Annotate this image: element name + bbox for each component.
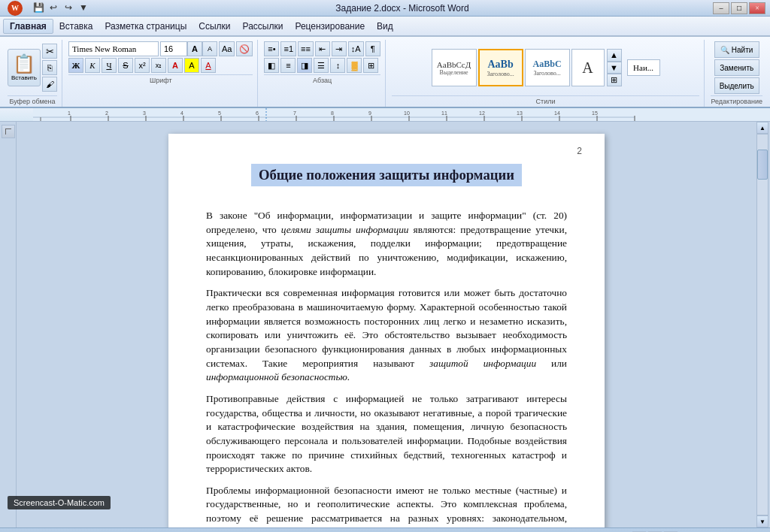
styles-expand[interactable]: ⊞: [607, 74, 622, 86]
close-button[interactable]: ×: [749, 2, 765, 14]
multilevel-list-button[interactable]: ≡≡: [298, 41, 314, 56]
style-heading1[interactable]: AaBb Заголово...: [478, 49, 523, 86]
menu-insert[interactable]: Вставка: [53, 20, 99, 33]
style-default[interactable]: AaBbCcД Выделение: [432, 49, 477, 86]
scroll-up-button[interactable]: ▲: [756, 122, 768, 134]
para-row2: ◧ ≡ ◨ ☰ ↕ ▓ ⊞: [264, 58, 380, 73]
highlight-button[interactable]: A: [184, 58, 199, 73]
format-painter-button[interactable]: 🖌: [42, 77, 57, 92]
increase-indent-button[interactable]: ⇥: [332, 41, 347, 56]
align-center-button[interactable]: ≡: [280, 58, 296, 73]
ruler-inner: 1 2 3 4 5 6 7 8 9 10 11: [33, 108, 770, 122]
styles-group: AaBbCcД Выделение AaBb Заголово... AaBbC…: [387, 40, 705, 107]
font-color-button[interactable]: A: [201, 58, 216, 73]
scrollbar-track[interactable]: [756, 134, 768, 515]
scrollbar-thumb[interactable]: [757, 150, 768, 180]
style-h2-label: AaBbC: [533, 59, 562, 70]
svg-text:15: 15: [592, 110, 598, 116]
page-number: 2: [577, 146, 582, 156]
redo-icon[interactable]: ↪: [62, 2, 75, 15]
quick-access-toolbar: 💾 ↩ ↪ ▼: [29, 2, 93, 15]
cut-button[interactable]: ✂: [42, 44, 57, 59]
svg-text:1: 1: [68, 110, 71, 116]
strikethrough-button[interactable]: S: [118, 58, 133, 73]
clipboard-label: Буфер обмена: [8, 95, 57, 107]
replace-button[interactable]: Заменить: [714, 59, 759, 76]
scroll-down-button[interactable]: ▼: [756, 515, 768, 527]
italic-text-2: защитой информации: [429, 358, 536, 369]
underline-button[interactable]: Ч: [102, 58, 117, 73]
save-icon[interactable]: 💾: [32, 2, 45, 15]
customize-icon[interactable]: ▼: [77, 2, 90, 15]
style-h1-label: AaBb: [487, 59, 513, 71]
window-title: Задание 2.docx - Microsoft Word: [93, 3, 711, 14]
styles-scroll: ▲ ▼ ⊞: [607, 49, 622, 86]
menu-view[interactable]: Вид: [371, 20, 399, 33]
change-case-button[interactable]: Aа: [219, 41, 235, 56]
para-row1: ≡• ≡1 ≡≡ ⇤ ⇥ ↕A ¶: [264, 41, 380, 56]
view-toggle-button[interactable]: [2, 125, 15, 138]
font-size-dec[interactable]: A: [202, 41, 217, 56]
bold-button[interactable]: Ж: [68, 58, 83, 73]
justify-button[interactable]: ☰: [314, 58, 329, 73]
styles-content: AaBbCcД Выделение AaBb Заголово... AaBbC…: [432, 41, 660, 94]
align-left-button[interactable]: ◧: [264, 58, 279, 73]
italic-button[interactable]: К: [85, 58, 100, 73]
editing-buttons: 🔍 Найти Заменить Выделить: [714, 41, 759, 94]
line-spacing-button[interactable]: ↕: [330, 58, 345, 73]
font-size-inc[interactable]: A: [187, 41, 202, 56]
svg-text:9: 9: [368, 110, 371, 116]
font-row1: Times New Roman 16 A A Aа 🚫: [68, 41, 253, 56]
ribbon: 📋 Вставить ✂ ⎘ 🖌 Буфер обмена Times New …: [0, 36, 770, 108]
font-name-box[interactable]: Times New Roman: [68, 41, 159, 56]
select-button[interactable]: Выделить: [714, 77, 759, 94]
editing-content: 🔍 Найти Заменить Выделить: [714, 41, 759, 94]
copy-button[interactable]: ⎘: [42, 60, 57, 75]
menu-review[interactable]: Рецензирование: [289, 20, 371, 33]
style-a[interactable]: A: [571, 49, 605, 86]
text-effect-button[interactable]: A: [168, 58, 183, 73]
bullet-list-button[interactable]: ≡•: [264, 41, 279, 56]
superscript-button[interactable]: x²: [135, 58, 150, 73]
office-button[interactable]: W: [8, 1, 23, 16]
ruler: 1 2 3 4 5 6 7 8 9 10 11: [0, 108, 770, 122]
shading-button[interactable]: ▓: [347, 58, 362, 73]
decrease-indent-button[interactable]: ⇤: [315, 41, 330, 56]
menu-bar: Главная Вставка Разметка страницы Ссылки…: [0, 17, 770, 36]
editing-group: 🔍 Найти Заменить Выделить Редактирование: [706, 40, 767, 107]
align-right-button[interactable]: ◨: [297, 58, 312, 73]
window-controls: – □ ×: [711, 2, 765, 14]
menu-references[interactable]: Ссылки: [192, 20, 236, 33]
main-area: 2 Общие положения защиты информации В за…: [0, 122, 770, 527]
style-naib[interactable]: Наи...: [627, 59, 660, 76]
find-button[interactable]: 🔍 Найти: [714, 41, 759, 58]
menu-home[interactable]: Главная: [3, 19, 53, 34]
border-button[interactable]: ⊞: [363, 58, 378, 73]
number-list-button[interactable]: ≡1: [280, 41, 296, 56]
style-heading2[interactable]: AaBbC Заголово...: [525, 49, 570, 86]
watermark: Screencast-O-Matic.com: [8, 496, 111, 509]
font-group: Times New Roman 16 A A Aа 🚫 Ж К Ч S x² x…: [64, 40, 258, 107]
subscript-button[interactable]: x₂: [151, 58, 166, 73]
menu-mailings[interactable]: Рассылки: [237, 20, 290, 33]
left-margin-bar: [0, 122, 17, 527]
clear-format-button[interactable]: 🚫: [236, 41, 253, 56]
svg-text:13: 13: [517, 110, 523, 116]
document-area[interactable]: 2 Общие положения защиты информации В за…: [17, 122, 756, 527]
document-title: Общие положения защиты информации: [251, 164, 522, 186]
sort-button[interactable]: ↕A: [348, 41, 364, 56]
minimize-button[interactable]: –: [713, 2, 729, 14]
paste-button[interactable]: 📋 Вставить: [8, 49, 41, 86]
title-bar: W 💾 ↩ ↪ ▼ Задание 2.docx - Microsoft Wor…: [0, 0, 770, 17]
styles-previews: AaBbCcД Выделение AaBb Заголово... AaBbC…: [432, 49, 605, 86]
show-formatting-button[interactable]: ¶: [365, 41, 380, 56]
clipboard-group: 📋 Вставить ✂ ⎘ 🖌 Буфер обмена: [3, 40, 62, 107]
undo-icon[interactable]: ↩: [47, 2, 60, 15]
styles-extra: Наи...: [627, 59, 660, 76]
menu-page-layout[interactable]: Разметка страницы: [99, 20, 192, 33]
svg-text:4: 4: [180, 110, 183, 116]
styles-scroll-down[interactable]: ▼: [607, 62, 622, 74]
font-size-box[interactable]: 16: [160, 41, 187, 56]
styles-scroll-up[interactable]: ▲: [607, 49, 622, 62]
restore-button[interactable]: □: [731, 2, 747, 14]
